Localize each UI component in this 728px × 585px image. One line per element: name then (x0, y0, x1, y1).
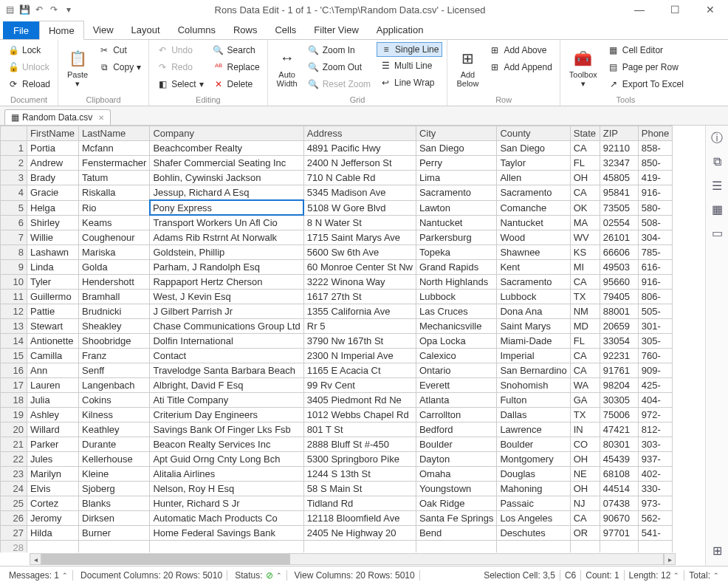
cell[interactable]: Chase Communications Group Ltd (150, 319, 303, 334)
cell[interactable]: Keathley (79, 422, 150, 437)
cell[interactable]: 98204 (600, 378, 638, 393)
cell[interactable]: Tidland Rd (303, 496, 416, 511)
cell[interactable]: 5108 W Gore Blvd (303, 200, 416, 215)
cell[interactable]: Deschutes (497, 526, 570, 541)
cell[interactable]: Rr 5 (303, 319, 416, 334)
status-length[interactable]: Length: 12 ⌃ (625, 570, 685, 581)
row-header[interactable]: 10 (1, 275, 27, 290)
cell[interactable]: Albright, David F Esq (150, 378, 303, 393)
cell[interactable]: Contact (150, 349, 303, 363)
table-row[interactable]: 19AshleyKilnessCriterium Day Engineers10… (1, 408, 673, 422)
cell[interactable]: Helga (27, 200, 79, 215)
cell[interactable]: Lawton (416, 200, 496, 215)
file-tab[interactable]: ▦ Random Data.csv ✕ (4, 109, 111, 125)
cell[interactable]: Mechanicsville (416, 319, 496, 334)
row-header[interactable]: 19 (1, 408, 27, 422)
cell[interactable]: Dirksen (79, 511, 150, 526)
unlock-button[interactable]: 🔓Unlock (4, 59, 53, 75)
cell[interactable]: Pony Express (150, 200, 303, 215)
cell[interactable]: Douglas (497, 467, 570, 482)
status-messages[interactable]: Messages: 1 ⌃ (4, 570, 73, 581)
cell[interactable]: Kleine (79, 467, 150, 482)
row-header[interactable]: 13 (1, 319, 27, 334)
column-header[interactable]: State (570, 126, 600, 141)
cell[interactable]: Langenbach (79, 378, 150, 393)
grid-icon[interactable]: ▦ (709, 201, 725, 217)
minimize-button[interactable]: — (625, 2, 654, 17)
cell[interactable]: 30305 (600, 393, 638, 408)
cell[interactable]: 303- (638, 437, 673, 452)
table-row[interactable]: 11GuillermoBramhallWest, J Kevin Esq1617… (1, 290, 673, 304)
cell[interactable]: 33054 (600, 334, 638, 349)
row-header[interactable]: 23 (1, 467, 27, 482)
singleline-button[interactable]: ≡Single Line (377, 42, 442, 57)
cell[interactable]: 60 Monroe Center St Nw (303, 260, 416, 275)
row-header[interactable]: 27 (1, 526, 27, 541)
cell[interactable]: Beacon Realty Services Inc (150, 437, 303, 452)
cell[interactable] (303, 541, 416, 553)
zoomout-button[interactable]: 🔍Zoom Out (305, 59, 374, 75)
row-header[interactable]: 25 (1, 496, 27, 511)
cell[interactable]: 26101 (600, 230, 638, 245)
cell[interactable]: 1244 S 13th St (303, 467, 416, 482)
scroll-right-icon[interactable]: ▸ (664, 553, 676, 565)
cell[interactable]: 419- (638, 171, 673, 185)
table-row[interactable]: 22JulesKellerhouseApt Guid Orng Cnty Lon… (1, 452, 673, 467)
status-status[interactable]: Status: ⊘ ⌃ (230, 570, 286, 581)
linewrap-button[interactable]: ↩Line Wrap (377, 75, 442, 91)
cell[interactable]: Tyler (27, 275, 79, 290)
cell[interactable]: 49503 (600, 260, 638, 275)
cell[interactable]: 425- (638, 378, 673, 393)
cell[interactable]: 850- (638, 156, 673, 171)
cell[interactable]: Ann (27, 363, 79, 378)
row-header[interactable]: 26 (1, 511, 27, 526)
cell[interactable]: 5300 Springboro Pike (303, 452, 416, 467)
table-row[interactable]: 14AntionetteShoobridgeDolfin Internation… (1, 334, 673, 349)
cell[interactable]: Carrollton (416, 408, 496, 422)
cell[interactable]: Ontario (416, 363, 496, 378)
cell[interactable]: Stewart (27, 319, 79, 334)
table-row[interactable]: 4GracieRiskallaJessup, Richard A Esq5345… (1, 185, 673, 201)
cell[interactable]: 8 N Water St (303, 215, 416, 230)
cell[interactable]: 972- (638, 408, 673, 422)
cell[interactable]: Criterium Day Engineers (150, 408, 303, 422)
cell[interactable]: 1355 California Ave (303, 304, 416, 319)
cell[interactable]: Mcfann (79, 141, 150, 156)
cell[interactable]: Goldstein, Phillip (150, 245, 303, 260)
cell[interactable]: Saint Marys (497, 319, 570, 334)
undo-qat-icon[interactable]: ↶ (32, 3, 46, 16)
table-row[interactable]: 16AnnSenffTravelodge Santa Barbara Beach… (1, 363, 673, 378)
cut-button[interactable]: ✂Cut (95, 42, 144, 58)
cell[interactable]: 80301 (600, 437, 638, 452)
toolbox-button[interactable]: 🧰Toolbox▾ (565, 42, 602, 94)
cell[interactable]: Senff (79, 363, 150, 378)
reload-button[interactable]: ⟳Reload (4, 76, 53, 92)
cell[interactable]: Dona Ana (497, 304, 570, 319)
copy-button[interactable]: ⧉Copy ▾ (95, 59, 144, 75)
table-row[interactable]: 10TylerHendershottRappaport Hertz Cherso… (1, 275, 673, 290)
cell[interactable]: Ati Title Company (150, 393, 303, 408)
table-row[interactable]: 24ElvisSjobergNelson, Roy H Esq58 S Main… (1, 482, 673, 496)
cell[interactable]: Allen (497, 171, 570, 185)
cell[interactable]: OR (570, 526, 600, 541)
cell[interactable]: Mahoning (497, 482, 570, 496)
cell[interactable]: Franz (79, 349, 150, 363)
cell[interactable]: Dayton (416, 452, 496, 467)
row-header[interactable]: 17 (1, 378, 27, 393)
maximize-button[interactable]: ☐ (660, 2, 690, 17)
menu-tab-filter-view[interactable]: Filter View (305, 21, 367, 39)
table-row[interactable]: 15CamillaFranzContact2300 N Imperial Ave… (1, 349, 673, 363)
cell[interactable]: Bramhall (79, 290, 150, 304)
select-button[interactable]: ◧Select ▾ (154, 76, 206, 92)
cell[interactable]: Durante (79, 437, 150, 452)
table-row[interactable]: 1PortiaMcfannBeachcomber Realty4891 Paci… (1, 141, 673, 156)
row-header[interactable]: 12 (1, 304, 27, 319)
resetzoom-button[interactable]: 🔍Reset Zoom (305, 76, 374, 92)
cell[interactable]: 937- (638, 452, 673, 467)
cell[interactable]: Mariska (79, 245, 150, 260)
cell[interactable]: Calexico (416, 349, 496, 363)
cell[interactable]: 02554 (600, 215, 638, 230)
table-row[interactable]: 13StewartSheakleyChase Communications Gr… (1, 319, 673, 334)
cell[interactable]: IN (570, 422, 600, 437)
cell[interactable]: Wood (497, 230, 570, 245)
